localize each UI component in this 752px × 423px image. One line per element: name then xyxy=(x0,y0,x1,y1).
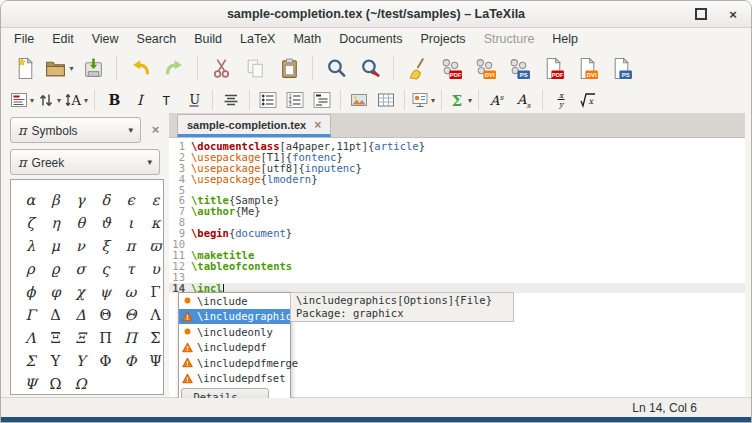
square-root-button[interactable]: x xyxy=(575,88,601,112)
completion-item[interactable]: !\includegraphics xyxy=(179,309,290,325)
list-enumerate-button[interactable]: 123 xyxy=(282,88,308,112)
greek-symbol[interactable]: δ xyxy=(93,188,118,211)
greek-symbol[interactable]: χ xyxy=(68,280,93,303)
greek-symbol[interactable]: ϱ xyxy=(43,257,68,280)
greek-symbol[interactable]: Δ xyxy=(43,303,68,326)
greek-symbol[interactable]: Υ xyxy=(43,349,68,372)
greek-symbol[interactable]: Λ xyxy=(143,303,164,326)
menu-build[interactable]: Build xyxy=(185,30,231,48)
greek-symbol[interactable]: Φ xyxy=(93,349,118,372)
greek-symbol[interactable]: θ xyxy=(68,211,93,234)
greek-symbol[interactable]: ϖ xyxy=(143,234,164,257)
greek-symbol[interactable]: γ xyxy=(68,188,93,211)
greek-symbol[interactable]: ν xyxy=(68,234,93,257)
new-file-button[interactable] xyxy=(9,53,41,83)
bold-button[interactable]: B xyxy=(100,88,126,112)
greek-symbol[interactable]: Ξ xyxy=(68,326,93,349)
view-dvi-button[interactable]: DVI xyxy=(571,53,603,83)
sidebar-close-button[interactable]: × xyxy=(147,121,164,138)
references-button[interactable]: ▾ xyxy=(36,88,62,112)
compile-latex-ps-button[interactable]: PS xyxy=(503,53,535,83)
menu-search[interactable]: Search xyxy=(128,30,186,48)
greek-symbol[interactable]: ρ xyxy=(18,257,43,280)
greek-symbol[interactable]: α xyxy=(18,188,43,211)
greek-symbol[interactable]: Ψ xyxy=(18,372,43,395)
greek-symbol[interactable]: Υ xyxy=(68,349,93,372)
view-pdf-button[interactable]: PDF xyxy=(537,53,569,83)
document-tab[interactable]: sample-completion.tex × xyxy=(177,114,331,137)
tab-close-icon[interactable]: × xyxy=(314,119,321,131)
greek-symbol[interactable]: μ xyxy=(43,234,68,257)
completion-item[interactable]: !\includepdf xyxy=(179,340,290,356)
sections-button[interactable]: ▾ xyxy=(9,88,35,112)
list-itemize-button[interactable] xyxy=(255,88,281,112)
code-editor[interactable]: 1\documentclass[a4paper,11pt]{article}2\… xyxy=(169,138,745,398)
greek-symbol[interactable]: ι xyxy=(118,211,143,234)
greek-symbol[interactable]: τ xyxy=(118,257,143,280)
clean-build-files-button[interactable] xyxy=(401,53,433,83)
cut-button[interactable] xyxy=(205,53,237,83)
fraction-button[interactable]: xy xyxy=(548,88,574,112)
greek-symbol[interactable]: Π xyxy=(118,326,143,349)
greek-symbol[interactable]: π xyxy=(118,234,143,257)
greek-symbol[interactable]: η xyxy=(43,211,68,234)
insert-image-button[interactable] xyxy=(346,88,372,112)
menu-projects[interactable]: Projects xyxy=(411,30,474,48)
greek-symbol[interactable]: Γ xyxy=(18,303,43,326)
greek-symbol[interactable]: Ψ xyxy=(143,349,164,372)
greek-symbol[interactable]: ϕ xyxy=(18,280,43,303)
greek-symbol[interactable]: ψ xyxy=(93,280,118,303)
greek-symbol[interactable]: Λ xyxy=(18,326,43,349)
greek-symbol[interactable]: Θ xyxy=(93,303,118,326)
maximize-button[interactable] xyxy=(693,6,709,22)
greek-symbol[interactable]: λ xyxy=(18,234,43,257)
copy-button[interactable] xyxy=(239,53,271,83)
compile-latex-dvi-button[interactable]: DVI xyxy=(469,53,501,83)
greek-symbol[interactable]: Ξ xyxy=(43,326,68,349)
paste-button[interactable] xyxy=(273,53,305,83)
greek-symbol[interactable]: β xyxy=(43,188,68,211)
menu-file[interactable]: File xyxy=(5,30,43,48)
view-ps-button[interactable]: PS xyxy=(605,53,637,83)
compile-latex-pdf-button[interactable]: PDF xyxy=(435,53,467,83)
presentation-environments-button[interactable]: ▾ xyxy=(410,88,436,112)
greek-symbol[interactable]: Ω xyxy=(68,372,93,395)
greek-symbol[interactable]: Σ xyxy=(143,326,164,349)
search-button[interactable] xyxy=(320,53,352,83)
list-description-button[interactable] xyxy=(309,88,335,112)
menu-help[interactable]: Help xyxy=(543,30,587,48)
redo-button[interactable] xyxy=(158,53,190,83)
insert-table-button[interactable] xyxy=(373,88,399,112)
save-file-button[interactable] xyxy=(77,53,109,83)
math-environments-button[interactable]: Σ▾ xyxy=(447,88,473,112)
search-replace-button[interactable] xyxy=(354,53,386,83)
close-button[interactable]: × xyxy=(725,6,741,22)
details-button[interactable]: Details... xyxy=(181,388,269,398)
greek-symbol[interactable]: ζ xyxy=(18,211,43,234)
underline-button[interactable]: U xyxy=(181,88,207,112)
centering-button[interactable] xyxy=(218,88,244,112)
greek-symbol[interactable]: υ xyxy=(143,257,164,280)
open-file-button[interactable]: ▾ xyxy=(43,53,75,83)
completion-item[interactable]: \includeonly xyxy=(179,324,290,340)
completion-item[interactable]: \include xyxy=(179,293,290,309)
subscript-button[interactable]: As xyxy=(511,88,537,112)
greek-symbol[interactable]: Ω xyxy=(43,372,68,395)
menu-documents[interactable]: Documents xyxy=(330,30,411,48)
italic-button[interactable]: I xyxy=(127,88,153,112)
greek-symbol[interactable]: ε xyxy=(143,188,164,211)
greek-symbol[interactable]: φ xyxy=(43,280,68,303)
greek-symbol[interactable]: Φ xyxy=(118,349,143,372)
typewriter-button[interactable]: T xyxy=(154,88,180,112)
greek-symbol[interactable]: σ xyxy=(68,257,93,280)
greek-symbol[interactable]: Σ xyxy=(18,349,43,372)
greek-symbol[interactable]: ξ xyxy=(93,234,118,257)
sidebar-panel-selector[interactable]: πSymbols ▾ xyxy=(10,117,141,143)
greek-symbol[interactable]: Γ xyxy=(143,280,164,303)
menu-math[interactable]: Math xyxy=(284,30,330,48)
greek-symbol[interactable]: ϑ xyxy=(93,211,118,234)
completion-item[interactable]: !\includepdfmerge xyxy=(179,355,290,371)
superscript-button[interactable]: As xyxy=(484,88,510,112)
greek-symbol[interactable]: κ xyxy=(143,211,164,234)
greek-symbol[interactable]: ω xyxy=(118,280,143,303)
